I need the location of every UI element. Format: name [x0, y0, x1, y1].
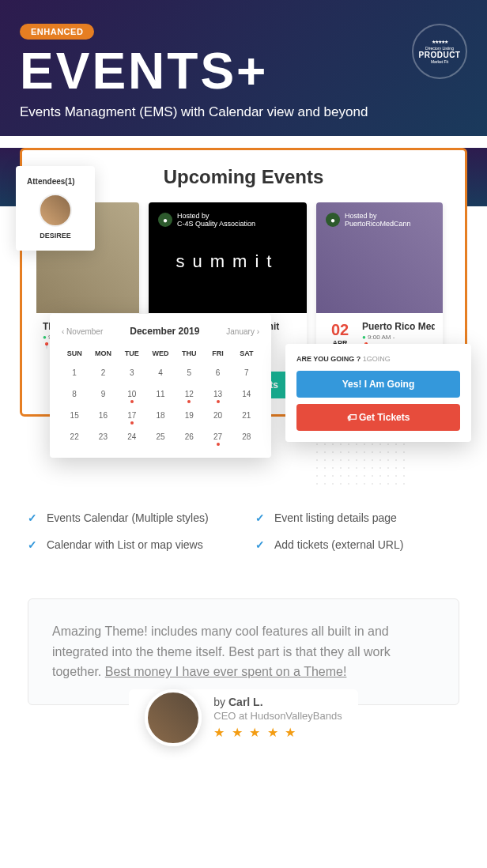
- features-grid: ✓Events Calendar (Multiple styles) ✓Even…: [0, 440, 487, 575]
- calendar-day[interactable]: 22: [62, 428, 87, 446]
- summit-graphic: summit: [158, 251, 297, 272]
- badge-bottom-text: Market Fit: [431, 59, 448, 64]
- calendar-day[interactable]: 24: [119, 428, 145, 446]
- badge-stars: ★★★★★: [432, 39, 447, 44]
- calendar-dow: MON: [90, 346, 115, 360]
- calendar-dow: THU: [176, 346, 202, 360]
- ticket-icon: 🏷: [347, 412, 357, 423]
- calendar-day[interactable]: 20: [205, 406, 230, 425]
- calendar-day[interactable]: 7: [234, 364, 259, 382]
- calendar-dow: FRI: [205, 346, 230, 360]
- going-title: ARE YOU GOING ? 1GOING: [296, 355, 460, 363]
- calendar-day[interactable]: 8: [62, 385, 87, 403]
- feature-item: ✓Events Calendar (Multiple styles): [28, 511, 232, 524]
- check-icon: ✓: [28, 538, 37, 551]
- calendar-dow: TUE: [119, 346, 145, 360]
- calendar-day[interactable]: 9: [90, 385, 115, 403]
- hero-subtitle: Events Managment (EMS) with Calendar vie…: [20, 104, 467, 120]
- feature-text: Event listing details page: [274, 511, 397, 524]
- check-icon: ✓: [255, 511, 265, 524]
- event-card[interactable]: ● Hosted byPuertoRicoMedCann 02 APR Puer…: [316, 202, 443, 357]
- calendar-day[interactable]: 6: [205, 364, 230, 382]
- yes-going-button[interactable]: Yes! I Am Going: [296, 371, 460, 398]
- event-image: ● Hosted byC-4S Quality Association summ…: [149, 202, 307, 313]
- calendar-day[interactable]: 23: [90, 428, 115, 446]
- testimonial-highlight: Best money I have ever spent on a Theme!: [105, 665, 347, 678]
- author-info: by Carl L. CEO at HudsonValleyBands ★ ★ …: [213, 696, 342, 740]
- event-day: 02: [324, 321, 356, 339]
- feature-item: ✓Event listing details page: [255, 511, 459, 524]
- calendar-grid: SUNMONTUEWEDTHUFRISAT1234567891011121314…: [62, 346, 259, 446]
- author-role: CEO at HudsonValleyBands: [213, 710, 342, 722]
- attendee-name: DESIREE: [27, 232, 84, 240]
- calendar-day[interactable]: 26: [176, 428, 202, 446]
- upcoming-events-title: Upcoming Events: [36, 166, 451, 188]
- calendar-day[interactable]: 3: [119, 364, 145, 382]
- host-info: ● Hosted byPuertoRicoMedCann: [326, 212, 433, 228]
- attendees-widget: Attendees(1) DESIREE: [16, 166, 95, 251]
- host-icon: ●: [158, 213, 172, 227]
- upcoming-events-panel: Upcoming Events Attendees(1) DESIREE ● H…: [20, 148, 467, 417]
- calendar-day[interactable]: 11: [148, 385, 173, 403]
- testimonial-section: Amazing Theme! includes many cool featur…: [0, 575, 487, 778]
- calendar-day[interactable]: 17: [119, 406, 145, 425]
- showcase-section: Upcoming Events Attendees(1) DESIREE ● H…: [0, 148, 487, 440]
- product-fit-badge: ★★★★★ Directory Listing PRODUCT Market F…: [412, 24, 467, 79]
- get-tickets-button[interactable]: 🏷 Get Tickets: [296, 404, 460, 431]
- event-image: ● Hosted byPuertoRicoMedCann: [316, 202, 443, 313]
- calendar-header: ‹ November December 2019 January ›: [62, 326, 259, 337]
- going-count: 1GOING: [363, 355, 391, 363]
- event-name: Puerto Rico MedCan: [362, 321, 435, 332]
- calendar-day[interactable]: 21: [234, 406, 259, 425]
- star-rating: ★ ★ ★ ★ ★: [213, 725, 342, 740]
- host-info: ● Hosted byC-4S Quality Association: [158, 212, 297, 228]
- event-time: ● 9:00 AM -: [362, 334, 435, 341]
- calendar-day[interactable]: 14: [234, 385, 259, 403]
- author-byline: by Carl L.: [213, 696, 342, 708]
- author-avatar: [145, 689, 202, 746]
- calendar-day[interactable]: 1: [62, 364, 87, 382]
- host-icon: ●: [326, 213, 340, 227]
- check-icon: ✓: [28, 511, 37, 524]
- going-widget: ARE YOU GOING ? 1GOING Yes! I Am Going 🏷…: [285, 344, 471, 442]
- feature-item: ✓Calendar with List or map views: [28, 538, 232, 551]
- feature-text: Events Calendar (Multiple styles): [47, 511, 209, 524]
- testimonial-author: by Carl L. CEO at HudsonValleyBands ★ ★ …: [129, 689, 357, 746]
- calendar-day[interactable]: 25: [148, 428, 173, 446]
- calendar-widget: ‹ November December 2019 January › SUNMO…: [50, 314, 271, 458]
- calendar-day[interactable]: 16: [90, 406, 115, 425]
- hero-section: ENHANCED ★★★★★ Directory Listing PRODUCT…: [0, 0, 487, 136]
- calendar-day[interactable]: 2: [90, 364, 115, 382]
- calendar-day[interactable]: 12: [176, 385, 202, 403]
- feature-item: ✓Add tickets (external URL): [255, 538, 459, 551]
- feature-text: Add tickets (external URL): [274, 538, 403, 551]
- calendar-day[interactable]: 10: [119, 385, 145, 403]
- hero-title: EVENTS+: [20, 46, 467, 96]
- calendar-day[interactable]: 27: [205, 428, 230, 446]
- attendees-title: Attendees(1): [27, 177, 84, 186]
- calendar-dow: SAT: [234, 346, 259, 360]
- enhanced-badge: ENHANCED: [20, 24, 94, 40]
- calendar-day[interactable]: 4: [148, 364, 173, 382]
- calendar-dow: SUN: [62, 346, 87, 360]
- calendar-current-month: December 2019: [130, 326, 199, 337]
- feature-text: Calendar with List or map views: [47, 538, 203, 551]
- calendar-day[interactable]: 19: [176, 406, 202, 425]
- calendar-day[interactable]: 18: [148, 406, 173, 425]
- badge-main-text: PRODUCT: [419, 51, 461, 59]
- calendar-next[interactable]: January ›: [226, 327, 259, 336]
- attendee-avatar[interactable]: [39, 194, 72, 227]
- calendar-day[interactable]: 13: [205, 385, 230, 403]
- calendar-day[interactable]: 5: [176, 364, 202, 382]
- calendar-dow: WED: [148, 346, 173, 360]
- calendar-day[interactable]: 28: [234, 428, 259, 446]
- check-icon: ✓: [255, 538, 265, 551]
- calendar-day[interactable]: 15: [62, 406, 87, 425]
- calendar-prev[interactable]: ‹ November: [62, 327, 103, 336]
